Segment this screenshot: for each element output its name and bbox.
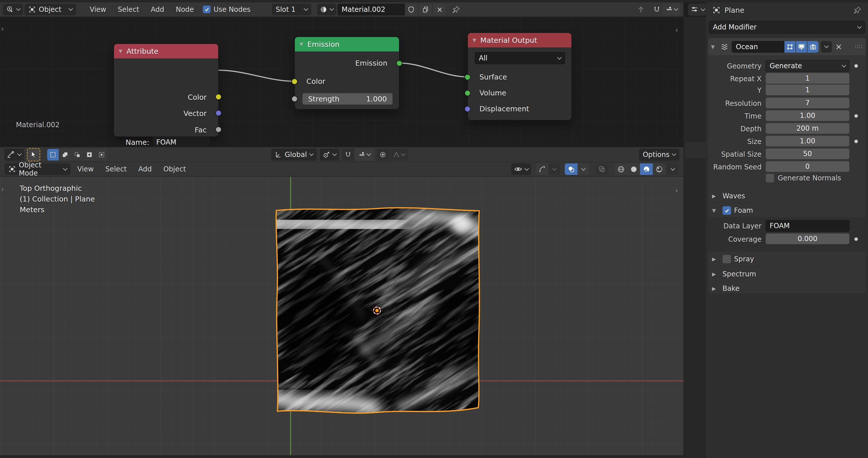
section-spectrum[interactable]: ▶ Spectrum bbox=[712, 268, 863, 280]
ocean-modifier-header[interactable]: ▼ Ocean × bbox=[708, 38, 866, 56]
collapse-triangle-icon[interactable]: ▼ bbox=[300, 41, 303, 47]
select-mode-invert-button[interactable] bbox=[84, 149, 95, 161]
menu-select[interactable]: Select bbox=[113, 4, 144, 15]
tweak-select-tool-button[interactable] bbox=[27, 148, 40, 161]
animate-dot[interactable] bbox=[855, 114, 858, 118]
fake-user-button[interactable] bbox=[405, 4, 417, 15]
node-emission[interactable]: ▼ Emission Emission Color Strength 1.000 bbox=[294, 37, 399, 109]
pin-icon[interactable] bbox=[854, 6, 862, 14]
unlink-material-button[interactable]: × bbox=[434, 4, 446, 15]
socket-color-output[interactable] bbox=[215, 94, 222, 100]
shading-material-preview-button[interactable] bbox=[640, 163, 653, 175]
object-visibility-dropdown[interactable] bbox=[511, 163, 531, 175]
material-name-field[interactable]: Material.002 bbox=[338, 4, 405, 15]
node-attribute[interactable]: ▼ Attribute Color Vector Fac Name: FOAM bbox=[114, 44, 218, 137]
modifier-delete-button[interactable]: × bbox=[834, 42, 843, 52]
active-tool-dropdown[interactable] bbox=[4, 149, 24, 161]
section-waves[interactable]: ▶ Waves bbox=[712, 190, 863, 202]
gizmos-dropdown[interactable] bbox=[549, 163, 560, 175]
socket-strength-input[interactable] bbox=[291, 96, 298, 102]
menu-select[interactable]: Select bbox=[100, 163, 132, 175]
overlays-toggle[interactable] bbox=[565, 163, 578, 175]
menu-node[interactable]: Node bbox=[171, 4, 199, 15]
go-parent-node-icon[interactable] bbox=[637, 5, 645, 14]
socket-color-input[interactable] bbox=[291, 78, 298, 85]
depth-field[interactable]: 200 m bbox=[766, 123, 849, 134]
strength-slider[interactable]: Strength 1.000 bbox=[302, 93, 393, 105]
attribute-name-field[interactable]: FOAM bbox=[152, 136, 211, 147]
section-spray[interactable]: ▶ Spray bbox=[712, 253, 863, 265]
proportional-editing-toggle[interactable] bbox=[377, 149, 389, 161]
display-editmode-toggle[interactable] bbox=[784, 41, 795, 53]
overlays-dropdown[interactable] bbox=[578, 163, 589, 175]
coverage-field[interactable]: 0.000 bbox=[766, 233, 849, 244]
menu-view[interactable]: View bbox=[72, 163, 99, 175]
animate-dot[interactable] bbox=[855, 64, 858, 68]
node-material-output[interactable]: ▼ Material Output All Surface Volume Dis… bbox=[468, 33, 572, 120]
node-editor-canvas[interactable]: › ‹ ▼ Attribute Color Vector Fac Name: bbox=[0, 17, 683, 147]
spatial-size-field[interactable]: 50 bbox=[766, 148, 849, 159]
display-render-toggle[interactable] bbox=[808, 41, 818, 53]
section-foam[interactable]: ▼ Foam bbox=[712, 204, 863, 217]
socket-fac-output[interactable] bbox=[215, 126, 222, 133]
shading-rendered-button[interactable] bbox=[653, 163, 665, 175]
proportional-falloff-dropdown[interactable] bbox=[390, 149, 408, 161]
snap-magnet-icon[interactable] bbox=[653, 5, 661, 13]
repeat-x-field[interactable]: 1 bbox=[766, 73, 849, 84]
shader-type-dropdown[interactable]: Object bbox=[25, 4, 76, 15]
select-mode-intersect-button[interactable] bbox=[96, 149, 107, 161]
menu-view[interactable]: View bbox=[85, 4, 111, 15]
random-seed-field[interactable]: 0 bbox=[766, 161, 849, 172]
pivot-point-dropdown[interactable] bbox=[320, 149, 339, 161]
modifier-extras-dropdown[interactable] bbox=[821, 41, 832, 53]
toolbar-expand-chevron[interactable]: › bbox=[1, 185, 4, 193]
mode-dropdown[interactable]: Object Mode bbox=[5, 163, 71, 175]
section-bake[interactable]: ▶ Bake bbox=[712, 283, 863, 295]
node-material-output-header[interactable]: ▼ Material Output bbox=[468, 33, 571, 47]
animate-dot[interactable] bbox=[855, 237, 858, 241]
output-target-dropdown[interactable]: All bbox=[475, 52, 565, 64]
socket-surface-input[interactable] bbox=[464, 74, 471, 80]
size-field[interactable]: 1.00 bbox=[766, 136, 849, 146]
generate-normals-toggle[interactable]: Generate Normals bbox=[766, 174, 841, 183]
shading-solid-button[interactable] bbox=[627, 163, 640, 175]
snap-settings-dropdown[interactable] bbox=[662, 4, 681, 15]
menu-add[interactable]: Add bbox=[133, 163, 157, 175]
foam-checkbox-checked[interactable] bbox=[722, 206, 731, 215]
node-emission-header[interactable]: ▼ Emission bbox=[295, 37, 399, 52]
snap-target-dropdown[interactable] bbox=[355, 149, 374, 161]
repeat-y-field[interactable]: 1 bbox=[766, 85, 849, 95]
select-mode-extend-button[interactable] bbox=[59, 149, 71, 161]
collapse-triangle-icon[interactable]: ▼ bbox=[472, 37, 476, 43]
add-modifier-dropdown[interactable]: Add Modifier bbox=[709, 21, 865, 34]
xray-toggle[interactable] bbox=[595, 163, 608, 175]
modifier-name-field[interactable]: Ocean bbox=[732, 41, 784, 53]
transform-orientation-dropdown[interactable]: Global bbox=[271, 149, 317, 161]
select-mode-subtract-button[interactable] bbox=[71, 149, 83, 161]
display-realtime-toggle[interactable] bbox=[796, 41, 807, 53]
editor-type-dropdown[interactable] bbox=[3, 4, 23, 15]
use-nodes-toggle[interactable]: Use Nodes bbox=[203, 5, 251, 13]
expand-triangle-icon[interactable]: ▼ bbox=[711, 44, 718, 50]
shading-dropdown[interactable] bbox=[666, 163, 679, 175]
slot-dropdown[interactable]: Slot 1 bbox=[272, 4, 311, 15]
pin-icon[interactable] bbox=[452, 5, 460, 13]
node-attribute-header[interactable]: ▼ Attribute bbox=[114, 44, 218, 58]
data-layer-field[interactable]: FOAM bbox=[766, 220, 849, 232]
options-dropdown[interactable]: Options bbox=[639, 149, 679, 161]
properties-editor-type-dropdown[interactable] bbox=[688, 3, 707, 15]
browse-material-dropdown[interactable] bbox=[317, 4, 336, 15]
shading-wireframe-button[interactable] bbox=[615, 163, 627, 175]
animate-dot[interactable] bbox=[855, 140, 858, 143]
collapse-triangle-icon[interactable]: ▼ bbox=[119, 48, 122, 54]
socket-displacement-input[interactable] bbox=[464, 106, 471, 112]
resolution-field[interactable]: 7 bbox=[766, 97, 849, 108]
spray-checkbox-unchecked[interactable] bbox=[722, 255, 731, 263]
viewport-canvas[interactable]: › ‹ Top Orthographic (1) Collection | Pl… bbox=[0, 177, 683, 455]
menu-object[interactable]: Object bbox=[158, 163, 191, 175]
menu-add[interactable]: Add bbox=[146, 4, 169, 15]
socket-volume-input[interactable] bbox=[464, 90, 471, 96]
snap-toggle-button[interactable] bbox=[342, 149, 354, 161]
sidebar-collapse-chevron[interactable]: ‹ bbox=[675, 187, 678, 195]
select-mode-new-button[interactable] bbox=[47, 149, 59, 161]
